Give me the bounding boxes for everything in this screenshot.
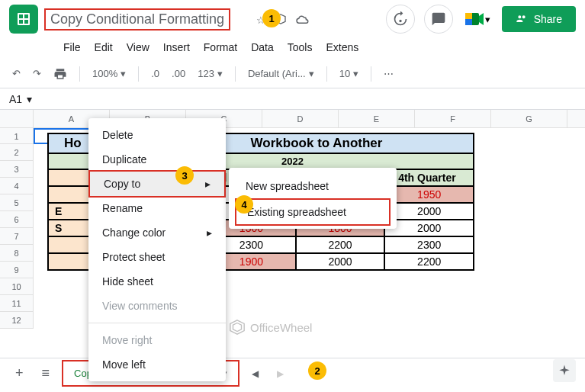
table-cell[interactable]: 2000 <box>384 203 474 220</box>
submenu: New spreadsheet Existing spreadsheet <box>229 168 397 229</box>
menu-insert[interactable]: Insert <box>157 38 196 56</box>
row-header[interactable]: 6 <box>0 211 33 228</box>
sub-existing-spreadsheet[interactable]: Existing spreadsheet <box>235 198 391 226</box>
menu-tools[interactable]: Tools <box>281 38 319 56</box>
number-format[interactable]: 123 ▾ <box>194 65 226 82</box>
more-toolbar[interactable]: ⋯ <box>381 65 397 82</box>
svg-rect-8 <box>465 19 472 25</box>
row-header[interactable]: 8 <box>0 245 33 262</box>
font-size[interactable]: 10 ▾ <box>336 65 362 82</box>
row-header[interactable]: 9 <box>0 262 33 278</box>
table-cell[interactable]: 2200 <box>384 253 474 270</box>
col-header[interactable]: F <box>415 110 491 127</box>
svg-rect-3 <box>19 20 23 24</box>
svg-marker-11 <box>233 323 242 332</box>
menu-file[interactable]: File <box>57 38 87 56</box>
explore-button[interactable] <box>553 359 576 382</box>
add-sheet-icon[interactable]: + <box>9 359 30 387</box>
col-header[interactable]: D <box>262 110 339 127</box>
row-header[interactable]: 3 <box>0 161 33 178</box>
svg-point-5 <box>399 20 401 22</box>
sheets-logo[interactable] <box>9 5 38 34</box>
chevron-right-icon: ▸ <box>205 178 211 190</box>
row-header[interactable]: 2 <box>0 144 33 161</box>
ctx-hide[interactable]: Hide sheet <box>88 269 226 294</box>
col-header[interactable]: G <box>491 110 567 127</box>
menu-format[interactable]: Format <box>198 38 243 56</box>
ctx-move-left[interactable]: Move left <box>88 352 226 377</box>
row-header[interactable]: 11 <box>0 295 33 312</box>
svg-rect-2 <box>24 14 28 18</box>
menubar: File Edit View Insert Format Data Tools … <box>0 38 585 59</box>
increase-decimal[interactable]: .00 <box>169 65 188 82</box>
table-cell[interactable]: 1950 <box>384 186 474 203</box>
menu-view[interactable]: View <box>121 38 156 56</box>
row-header[interactable]: 4 <box>0 178 33 194</box>
watermark: OfficeWheel <box>229 319 312 336</box>
svg-rect-1 <box>19 14 23 18</box>
table-cell[interactable]: 2000 <box>296 253 385 270</box>
svg-rect-4 <box>24 20 28 24</box>
scroll-left-icon[interactable]: ◀ <box>246 362 265 385</box>
print-icon[interactable] <box>50 64 70 84</box>
comment-icon[interactable] <box>424 5 453 34</box>
zoom-select[interactable]: 100% ▾ <box>89 65 129 82</box>
row-header[interactable]: 5 <box>0 194 33 211</box>
cloud-icon[interactable] <box>296 14 310 27</box>
svg-marker-9 <box>479 13 484 25</box>
row-header[interactable]: 10 <box>0 278 33 295</box>
annotation-badge: 4 <box>235 195 253 214</box>
menu-data[interactable]: Data <box>245 38 280 56</box>
annotation-badge: 3 <box>175 166 194 185</box>
redo-icon[interactable]: ↷ <box>30 65 44 82</box>
scroll-right-icon[interactable]: ▶ <box>271 362 290 385</box>
table-cell[interactable]: 2200 <box>296 236 385 253</box>
font-select[interactable]: Default (Ari... ▾ <box>245 65 317 82</box>
col-header[interactable]: E <box>339 110 415 127</box>
svg-marker-10 <box>230 320 244 334</box>
undo-icon[interactable]: ↶ <box>9 65 24 82</box>
annotation-badge: 1 <box>262 9 281 27</box>
sub-new-spreadsheet[interactable]: New spreadsheet <box>229 172 397 200</box>
row-header[interactable]: 1 <box>0 128 33 144</box>
annotation-badge: 2 <box>308 361 326 380</box>
chevron-right-icon: ▸ <box>207 227 212 239</box>
context-menu: Delete Duplicate Copy to▸ Rename Change … <box>88 118 226 381</box>
ctx-view-comments: View comments <box>88 294 226 318</box>
ctx-rename[interactable]: Rename <box>88 196 226 220</box>
ctx-protect[interactable]: Protect sheet <box>88 245 226 269</box>
toolbar: ↶ ↷ 100% ▾ .0 .00 123 ▾ Default (Ari... … <box>0 59 585 88</box>
document-title[interactable]: Copy Conditional Formatting <box>44 8 230 31</box>
table-cell[interactable]: 2000 <box>384 220 474 236</box>
all-sheets-icon[interactable]: ≡ <box>36 359 56 387</box>
decrease-decimal[interactable]: .0 <box>148 65 162 82</box>
share-button[interactable]: Share <box>502 6 576 32</box>
ctx-change-color[interactable]: Change color▸ <box>88 220 226 245</box>
menu-extensions[interactable]: Extens <box>320 38 365 56</box>
meet-icon[interactable]: ▾ <box>462 8 493 30</box>
table-cell[interactable]: 2300 <box>384 236 474 253</box>
history-icon[interactable] <box>386 5 415 34</box>
ctx-duplicate[interactable]: Duplicate <box>88 147 226 172</box>
ctx-copy-to[interactable]: Copy to▸ <box>88 170 226 198</box>
name-box[interactable]: A1 ▾ <box>9 93 55 105</box>
ctx-delete[interactable]: Delete <box>88 123 226 147</box>
row-header[interactable]: 7 <box>0 228 33 245</box>
svg-rect-7 <box>465 13 472 19</box>
ctx-move-right: Move right <box>88 328 226 352</box>
menu-edit[interactable]: Edit <box>88 38 119 56</box>
row-header[interactable]: 12 <box>0 312 33 329</box>
